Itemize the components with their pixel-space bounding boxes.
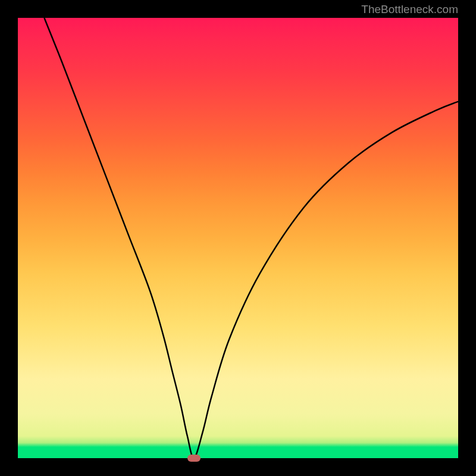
curve-svg xyxy=(18,18,458,458)
watermark-text: TheBottleneck.com xyxy=(361,3,458,16)
chart-plot-area xyxy=(18,18,458,458)
bottleneck-curve-line xyxy=(44,18,458,458)
bottleneck-marker xyxy=(187,455,201,462)
